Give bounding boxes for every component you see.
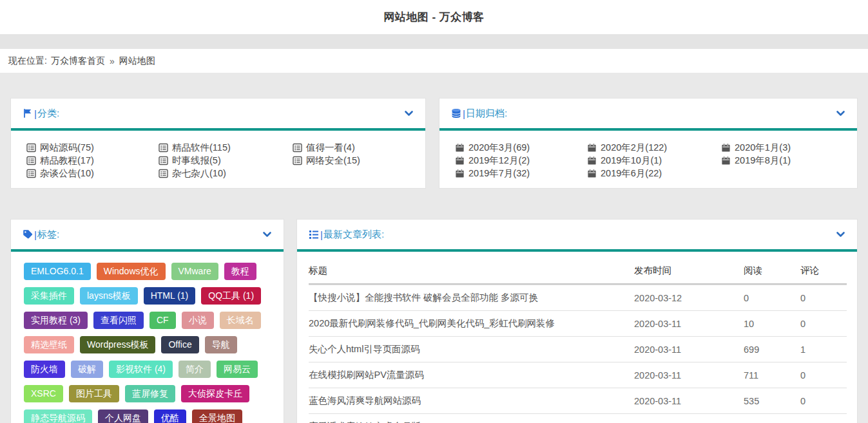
article-link[interactable]: 【快搜小说】全能搜书软件 破解会员全部功能 多源可换 xyxy=(309,292,538,303)
chevron-down-icon[interactable] xyxy=(404,109,414,118)
article-views: 674 xyxy=(744,415,800,423)
archives-panel-label: 日期归档: xyxy=(466,108,507,120)
article-link[interactable]: 2020最新代刷网装修代码_代刷网美化代码_彩虹代刷网装修 xyxy=(309,318,555,328)
article-link[interactable]: 失心个人html引导页面源码 xyxy=(309,344,420,354)
breadcrumb-current-link[interactable]: 网站地图 xyxy=(119,55,155,67)
category-link[interactable]: 网络安全(15) xyxy=(293,154,425,167)
tag[interactable]: CF xyxy=(149,312,176,329)
article-link[interactable]: 在线模拟刷网站PV流量源码 xyxy=(309,370,424,380)
article-views: 10 xyxy=(744,312,800,335)
archive-link[interactable]: 2020年1月(3) xyxy=(721,141,857,154)
article-comments: 1 xyxy=(800,338,847,361)
archive-link[interactable]: 2019年6月(22) xyxy=(587,167,721,180)
calendar-icon xyxy=(587,143,597,153)
article-link[interactable]: 蓝色海风清爽导航网站源码 xyxy=(309,395,421,406)
article-views: 699 xyxy=(744,338,800,361)
tag[interactable]: 导航 xyxy=(205,336,237,353)
list-alt-icon xyxy=(159,156,168,165)
tag[interactable]: 精选壁纸 xyxy=(24,336,74,353)
tag[interactable]: XSRC xyxy=(24,385,63,402)
tag[interactable]: 小说 xyxy=(182,312,214,329)
category-link[interactable]: 精品软件(115) xyxy=(159,141,293,154)
archive-link[interactable]: 2019年12月(2) xyxy=(455,154,587,167)
article-date: 2020-03-11 xyxy=(634,338,744,361)
articles-panel-label: 最新文章列表: xyxy=(323,229,384,241)
tag[interactable]: 网易云 xyxy=(217,361,258,378)
tag[interactable]: EMLOG6.0.1 xyxy=(24,263,91,280)
tag-icon xyxy=(23,229,33,240)
tag[interactable]: 影视软件 (4) xyxy=(109,361,173,378)
category-link[interactable]: 网站源码(75) xyxy=(26,141,159,154)
database-icon xyxy=(451,108,461,118)
tag[interactable]: VMware xyxy=(171,263,218,280)
tag[interactable]: Windows优化 xyxy=(97,263,166,280)
breadcrumb-prefix: 现在位置: xyxy=(8,55,47,67)
title-separator: | xyxy=(34,229,37,240)
category-link[interactable]: 精品教程(17) xyxy=(26,154,159,167)
articles-panel-title: | 最新文章列表: xyxy=(309,229,384,241)
tag[interactable]: 全景地图 xyxy=(192,409,242,423)
tag[interactable]: 优酷 xyxy=(154,409,186,423)
flag-icon xyxy=(23,108,33,118)
tag[interactable]: Office xyxy=(161,336,198,353)
tag[interactable]: 破解 xyxy=(71,361,103,378)
categories-list: 网站源码(75) 精品软件(115) 值得一看(4) 精品教程(17) 时事线报… xyxy=(11,131,425,180)
list-alt-icon xyxy=(26,169,36,178)
category-link[interactable]: 时事线报(5) xyxy=(159,154,293,167)
tags-panel: | 标签: EMLOG6.0.1 Windows优化 VMware 教程 采集插… xyxy=(10,219,284,423)
chevron-down-icon[interactable] xyxy=(836,109,845,118)
calendar-icon xyxy=(587,156,597,165)
tag[interactable]: 实用教程 (3) xyxy=(24,312,88,329)
categories-panel-title: | 分类: xyxy=(23,108,59,120)
articles-table-header: 标题 发布时间 阅读 评论 xyxy=(309,258,847,285)
calendar-icon xyxy=(455,156,465,165)
archive-link[interactable]: 2019年8月(1) xyxy=(721,154,857,167)
panel-accent-rule xyxy=(297,249,857,252)
tag[interactable]: QQ工具 (1) xyxy=(201,287,261,305)
list-alt-icon xyxy=(26,156,36,165)
tag[interactable]: 静态导航源码 xyxy=(24,409,92,423)
article-comments: 0 xyxy=(800,390,847,413)
column-header-views: 阅读 xyxy=(744,258,800,283)
tags-panel-title: | 标签: xyxy=(23,229,59,241)
category-link[interactable]: 值得一看(4) xyxy=(293,141,425,154)
chevron-down-icon[interactable] xyxy=(262,230,272,239)
category-link[interactable]: 杂谈公告(10) xyxy=(26,167,159,180)
tag[interactable]: 教程 xyxy=(224,263,256,280)
breadcrumb-home-link[interactable]: 万众博客首页 xyxy=(51,55,105,67)
article-date: 2020-03-11 xyxy=(634,415,744,423)
archive-link[interactable]: 2020年2月(122) xyxy=(587,141,721,154)
articles-table-body: 【快搜小说】全能搜书软件 破解会员全部功能 多源可换 2020-03-12 0 … xyxy=(309,285,847,423)
categories-panel: | 分类: 网站源码(75) 精品软件(115) 值得一看(4) 精品教程(17… xyxy=(10,98,426,189)
tag[interactable]: Wordpress模板 xyxy=(80,336,155,353)
tag[interactable]: 图片工具 xyxy=(69,385,119,402)
list-alt-icon xyxy=(26,143,36,153)
archive-link[interactable]: 2019年10月(1) xyxy=(587,154,721,167)
tag[interactable]: 采集插件 xyxy=(24,287,74,305)
article-comments: 0 xyxy=(800,287,847,310)
categories-panel-label: 分类: xyxy=(37,108,59,120)
calendar-icon xyxy=(455,143,465,153)
table-row: 蓝色海风清爽导航网站源码 2020-03-11 535 0 xyxy=(309,388,847,413)
page-title: 网站地图 - 万众博客 xyxy=(383,10,485,24)
article-date: 2020-03-11 xyxy=(634,390,744,413)
tag[interactable]: 长域名 xyxy=(220,312,261,329)
table-row: 在线模拟刷网站PV流量源码 2020-03-11 711 0 xyxy=(309,362,847,388)
tag[interactable]: 查看闪照 xyxy=(93,312,144,329)
articles-panel-header: | 最新文章列表: xyxy=(297,220,857,249)
article-views: 535 xyxy=(744,390,800,413)
archive-link[interactable]: 2020年3月(69) xyxy=(455,141,587,154)
archives-list: 2020年3月(69) 2020年2月(122) 2020年1月(3) 2019… xyxy=(439,131,857,180)
article-views: 711 xyxy=(744,364,800,387)
tag[interactable]: laysns模板 xyxy=(80,287,138,305)
tag[interactable]: HTML (1) xyxy=(144,287,196,305)
calendar-icon xyxy=(587,169,597,178)
tag[interactable]: 个人网盘 xyxy=(98,409,148,423)
tag[interactable]: 大侦探皮卡丘 xyxy=(181,385,249,402)
archive-link[interactable]: 2019年7月(32) xyxy=(455,167,587,180)
tag[interactable]: 蓝屏修复 xyxy=(125,385,175,402)
tag[interactable]: 简介 xyxy=(178,361,211,378)
category-link[interactable]: 杂七杂八(10) xyxy=(159,167,293,180)
tag[interactable]: 防火墙 xyxy=(24,361,65,378)
chevron-down-icon[interactable] xyxy=(836,230,845,239)
